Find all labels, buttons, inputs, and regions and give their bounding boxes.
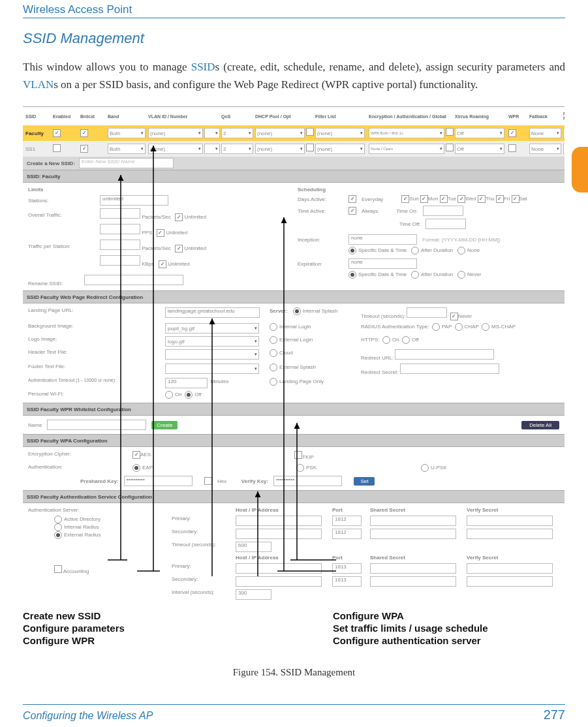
- bg-select[interactable]: pupil_bg.gif: [165, 323, 259, 333]
- auth-psk[interactable]: [296, 464, 304, 472]
- filter-select[interactable]: (none): [315, 128, 365, 138]
- inception-opt3[interactable]: [457, 247, 465, 255]
- as-er[interactable]: [54, 531, 62, 539]
- day-thu[interactable]: [478, 195, 486, 203]
- create-ssid-input[interactable]: Enter New SSID Name: [79, 158, 174, 168]
- unlimited-checkbox[interactable]: [175, 213, 183, 221]
- exp-opt3[interactable]: [457, 271, 465, 279]
- as-ad[interactable]: [54, 516, 62, 523]
- ssid-row-ss1[interactable]: SS1 Both (none) 2 (none) (none) None / O…: [23, 141, 565, 157]
- day-fri[interactable]: [496, 195, 504, 203]
- link-ssid[interactable]: SSID: [191, 61, 215, 73]
- srv-cloud[interactable]: [270, 349, 277, 357]
- acc-secondary-port[interactable]: 1813: [332, 576, 362, 587]
- stations-input[interactable]: unlimited: [100, 195, 168, 206]
- filter-select[interactable]: (none): [315, 144, 365, 154]
- wl-name-input[interactable]: [47, 420, 146, 430]
- srv-ext[interactable]: [270, 336, 277, 344]
- fallback-select[interactable]: None: [529, 128, 561, 138]
- brdcst-checkbox[interactable]: [80, 145, 88, 153]
- srv-extsplash[interactable]: [270, 364, 277, 371]
- redirurl-input[interactable]: [395, 349, 494, 360]
- https-on[interactable]: [382, 336, 390, 344]
- authto-input[interactable]: 120: [165, 378, 208, 388]
- link-vlan[interactable]: VLAN: [23, 78, 54, 91]
- dhcp-select[interactable]: (none): [255, 144, 305, 154]
- exp-opt1[interactable]: [348, 271, 356, 279]
- qos-select[interactable]: 2: [221, 128, 253, 138]
- band-select[interactable]: Both: [108, 128, 146, 138]
- srv-splash[interactable]: [293, 307, 301, 315]
- logo-select[interactable]: logo.gif: [165, 336, 259, 347]
- brdcst-checkbox[interactable]: [80, 129, 88, 137]
- auth-upsk[interactable]: [421, 464, 429, 472]
- ftr-select[interactable]: [165, 364, 259, 374]
- acc-secondary-host[interactable]: [236, 576, 322, 587]
- secondary-verify[interactable]: [467, 529, 553, 539]
- acc-primary-host[interactable]: [236, 563, 322, 574]
- acc-secondary-shared[interactable]: [370, 576, 456, 587]
- overall-pps2-input[interactable]: [100, 224, 140, 234]
- dhcp-select[interactable]: (none): [255, 128, 305, 138]
- rt-mschap[interactable]: [482, 323, 489, 331]
- enc-global[interactable]: [446, 128, 454, 136]
- redirsecret-input[interactable]: [400, 364, 499, 374]
- band-select[interactable]: Both: [108, 144, 146, 154]
- expiration-input[interactable]: none: [348, 258, 417, 269]
- rename-input[interactable]: [84, 275, 183, 285]
- inception-opt2[interactable]: [411, 247, 419, 255]
- day-tue[interactable]: [440, 195, 448, 203]
- vlan-num[interactable]: [204, 128, 220, 138]
- timeout-input2[interactable]: 600: [236, 542, 271, 552]
- mobile-select[interactable]: Non: [563, 144, 565, 154]
- secondary-shared[interactable]: [370, 529, 456, 539]
- roam-select[interactable]: Off: [455, 144, 504, 154]
- inception-opt1[interactable]: [348, 247, 356, 255]
- always-checkbox[interactable]: [348, 207, 356, 215]
- wpr-checkbox[interactable]: [508, 144, 516, 152]
- enabled-checkbox[interactable]: [53, 129, 61, 137]
- day-wed[interactable]: [457, 195, 465, 203]
- dhcp-opt[interactable]: [306, 144, 314, 151]
- primary-host[interactable]: [236, 516, 322, 526]
- prekey-input[interactable]: ••••••••••: [124, 476, 193, 486]
- as-ir[interactable]: [54, 523, 62, 531]
- ssid-row-faculty[interactable]: Faculty Both (none) 2 (none) (none) WPA …: [23, 125, 565, 141]
- accounting-checkbox[interactable]: [54, 565, 62, 573]
- enc-global[interactable]: [446, 144, 454, 151]
- unlimited-checkbox[interactable]: [159, 260, 166, 268]
- vlan-num[interactable]: [204, 144, 220, 154]
- acc-primary-port[interactable]: 1813: [332, 563, 362, 574]
- cipher-tkip[interactable]: [294, 451, 302, 459]
- enabled-checkbox[interactable]: [53, 144, 61, 152]
- unlimited-checkbox[interactable]: [175, 245, 183, 253]
- enc-select[interactable]: WPA Both / 802.1x: [369, 128, 444, 138]
- pwifi-off[interactable]: [185, 391, 193, 399]
- create-button[interactable]: Create: [151, 421, 178, 429]
- overall-pps-input[interactable]: [100, 208, 140, 219]
- secondary-port[interactable]: 1812: [332, 529, 362, 539]
- timeout-input[interactable]: [407, 307, 447, 318]
- set-button[interactable]: Set: [354, 477, 375, 486]
- primary-shared[interactable]: [370, 516, 456, 526]
- never-checkbox[interactable]: [450, 313, 458, 320]
- primary-verify[interactable]: [467, 516, 553, 526]
- qos-select[interactable]: 2: [221, 144, 253, 154]
- acc-primary-verify[interactable]: [467, 563, 553, 574]
- tpstation-input[interactable]: [100, 240, 140, 250]
- primary-port[interactable]: 1812: [332, 516, 362, 526]
- vlan-select[interactable]: (none): [148, 144, 203, 154]
- mobile-select[interactable]: Non: [563, 128, 565, 138]
- exp-opt2[interactable]: [411, 271, 419, 279]
- srv-login[interactable]: [270, 323, 277, 331]
- dhcp-opt[interactable]: [306, 128, 314, 136]
- acc-secondary-verify[interactable]: [467, 576, 553, 587]
- rt-pap[interactable]: [432, 323, 440, 331]
- auth-eap[interactable]: [132, 464, 140, 472]
- tpstation-kbps-input[interactable]: [100, 255, 140, 266]
- pwifi-on[interactable]: [165, 391, 173, 399]
- lpurl-input[interactable]: landingpage.greatschool.edu: [165, 307, 260, 318]
- unlimited-checkbox[interactable]: [157, 229, 164, 237]
- hex-checkbox[interactable]: [204, 477, 212, 485]
- day-sat[interactable]: [512, 195, 519, 203]
